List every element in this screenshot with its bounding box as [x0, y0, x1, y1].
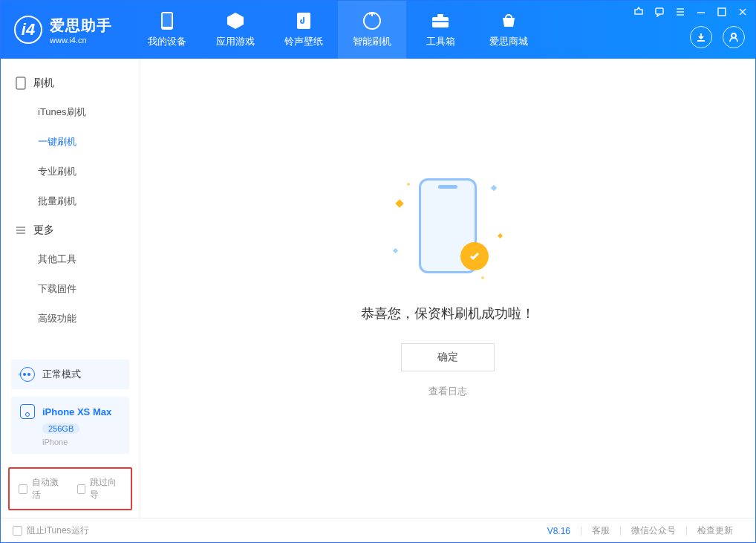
- svg-rect-5: [432, 21, 449, 22]
- phone-icon: [16, 77, 26, 90]
- ok-button[interactable]: 确定: [401, 343, 495, 371]
- svg-rect-9: [16, 77, 25, 89]
- download-button[interactable]: [690, 26, 712, 48]
- device-phone-icon: [20, 404, 35, 419]
- view-log-link[interactable]: 查看日志: [428, 385, 467, 398]
- nav-flash[interactable]: 智能刷机: [338, 1, 406, 59]
- footer-support[interactable]: 客服: [581, 524, 620, 537]
- sidebar-item-itunes[interactable]: iTunes刷机: [1, 97, 140, 127]
- check-icon: [460, 242, 489, 270]
- mode-icon: [20, 367, 35, 382]
- app-logo: i4 爱思助手 www.i4.cn: [1, 16, 126, 45]
- device-icon: [157, 11, 177, 30]
- device-capacity: 256GB: [42, 423, 79, 434]
- toolbox-icon: [431, 11, 450, 30]
- main-content: 恭喜您，保资料刷机成功啦！ 确定 查看日志: [140, 59, 755, 518]
- app-title: 爱思助手: [50, 16, 112, 36]
- sidebar-item-pro[interactable]: 专业刷机: [1, 157, 140, 186]
- store-icon: [499, 11, 518, 30]
- footer-update[interactable]: 检查更新: [687, 524, 743, 537]
- svg-rect-1: [163, 13, 172, 27]
- theme-icon[interactable]: [632, 5, 645, 19]
- account-button[interactable]: [723, 26, 745, 48]
- nav-apps[interactable]: 应用游戏: [201, 1, 270, 59]
- minimize-button[interactable]: [694, 5, 708, 19]
- device-name: iPhone XS Max: [42, 406, 111, 417]
- checkbox-skip-guide[interactable]: 跳过向导: [77, 476, 123, 501]
- sidebar-group-flash: 刷机: [1, 69, 140, 97]
- sidebar-item-advanced[interactable]: 高级功能: [1, 304, 140, 334]
- footer-wechat[interactable]: 微信公众号: [621, 524, 686, 537]
- svg-rect-7: [656, 8, 663, 14]
- mode-label: 正常模式: [42, 368, 81, 381]
- logo-icon: i4: [14, 16, 42, 44]
- sidebar-item-oneclick[interactable]: 一键刷机: [1, 127, 140, 157]
- svg-point-6: [731, 33, 736, 38]
- svg-rect-8: [718, 8, 726, 16]
- menu-icon[interactable]: [674, 5, 687, 19]
- success-message: 恭喜您，保资料刷机成功啦！: [361, 305, 535, 322]
- sidebar-item-batch[interactable]: 批量刷机: [1, 186, 140, 216]
- nav-store[interactable]: 爱思商城: [475, 1, 543, 59]
- maximize-button[interactable]: [715, 5, 729, 19]
- sidebar-item-other[interactable]: 其他工具: [1, 244, 140, 274]
- sidebar: 刷机 iTunes刷机 一键刷机 专业刷机 批量刷机 更多 其他工具 下载固件 …: [1, 59, 140, 518]
- nav-tools[interactable]: 工具箱: [406, 1, 475, 59]
- more-icon: [16, 225, 26, 235]
- flash-icon: [362, 11, 382, 30]
- version-label: V8.16: [537, 526, 581, 536]
- success-illustration: [392, 178, 504, 282]
- checkbox-block-itunes[interactable]: 阻止iTunes运行: [13, 524, 89, 537]
- status-bar: 阻止iTunes运行 V8.16 客服 微信公众号 检查更新: [1, 518, 755, 543]
- nav-my-device[interactable]: 我的设备: [133, 1, 201, 59]
- checkbox-auto-activate[interactable]: 自动激活: [19, 476, 64, 501]
- options-highlight: 自动激活 跳过向导: [8, 467, 132, 510]
- main-nav: 我的设备 应用游戏 铃声壁纸 智能刷机 工具箱 爱思商城: [133, 1, 543, 59]
- device-type: iPhone: [42, 438, 120, 446]
- device-info[interactable]: iPhone XS Max 256GB iPhone: [11, 397, 129, 454]
- title-bar: i4 爱思助手 www.i4.cn 我的设备 应用游戏 铃声壁纸 智能刷机 工具…: [1, 1, 755, 59]
- nav-ringtones[interactable]: 铃声壁纸: [270, 1, 338, 59]
- sidebar-group-more: 更多: [1, 216, 140, 244]
- ringtone-icon: [294, 11, 313, 30]
- device-mode[interactable]: 正常模式: [11, 360, 129, 389]
- svg-rect-4: [437, 14, 443, 17]
- apps-icon: [226, 11, 245, 30]
- sidebar-item-firmware[interactable]: 下载固件: [1, 274, 140, 304]
- app-subtitle: www.i4.cn: [50, 36, 112, 45]
- feedback-icon[interactable]: [653, 5, 666, 19]
- close-button[interactable]: [736, 5, 749, 19]
